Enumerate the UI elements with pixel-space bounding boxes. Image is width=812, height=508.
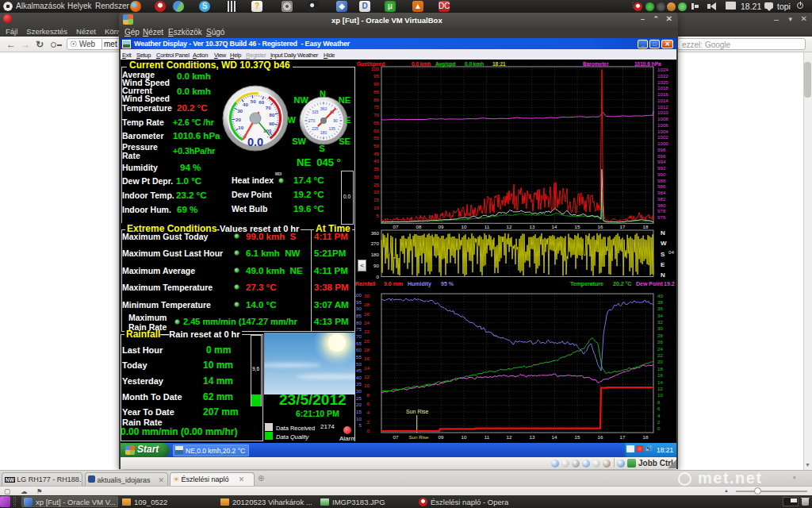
svg-text:1018: 1018 [657,85,668,90]
svg-text:40: 40 [243,102,248,107]
svg-text:13: 13 [530,434,535,440]
svg-text:25: 25 [356,395,362,401]
svg-text:10: 10 [657,392,663,398]
svg-text:Sun Rise: Sun Rise [406,409,429,414]
svg-text:15: 15 [575,224,580,229]
svg-text:976: 976 [657,214,666,220]
svg-text:55: 55 [356,354,362,360]
svg-text:50: 50 [356,361,362,367]
svg-text:15: 15 [373,197,379,202]
svg-text:90: 90 [356,306,362,311]
svg-text:S: S [661,251,665,258]
svg-text:55: 55 [373,135,379,140]
svg-text:24: 24 [364,320,370,325]
svg-text:18: 18 [364,347,370,352]
svg-text:09: 09 [439,224,444,229]
svg-text:60: 60 [259,99,264,105]
svg-text:1012: 1012 [657,104,668,110]
svg-text:5: 5 [377,213,380,218]
svg-text:2: 2 [657,419,661,425]
svg-text:85: 85 [373,89,379,94]
svg-text:26: 26 [364,311,370,317]
svg-text:10: 10 [364,383,370,388]
svg-text:30: 30 [364,293,370,298]
svg-text:18: 18 [643,434,649,440]
svg-text:N: N [661,271,665,279]
svg-text:12: 12 [507,434,512,440]
svg-text:20: 20 [373,189,379,194]
svg-text:90: 90 [373,263,379,268]
svg-text:1010: 1010 [657,110,668,115]
svg-text:0: 0 [377,274,380,279]
svg-text:1006: 1006 [657,122,668,128]
svg-text:20: 20 [364,338,370,344]
svg-text:80: 80 [270,112,275,117]
svg-text:16: 16 [598,224,603,229]
svg-text:40: 40 [657,293,663,298]
svg-text:270: 270 [308,118,316,123]
svg-text:1022: 1022 [657,73,668,79]
svg-text:35: 35 [356,381,362,387]
svg-text:0: 0 [657,425,661,431]
svg-text:65: 65 [373,120,379,125]
svg-text:Sun Rise: Sun Rise [408,434,429,440]
svg-text:10: 10 [462,434,467,440]
svg-text:2: 2 [367,419,370,425]
svg-text:65: 65 [356,341,362,346]
svg-text:04: 04 [668,249,674,255]
svg-text:75: 75 [356,326,362,332]
svg-text:90: 90 [269,121,274,126]
svg-text:180: 180 [371,252,380,257]
svg-text:978: 978 [657,208,666,214]
svg-text:0: 0 [367,428,370,433]
svg-text:6: 6 [657,406,661,411]
svg-text:40: 40 [356,375,362,380]
svg-text:24: 24 [657,346,663,352]
svg-text:75: 75 [373,104,379,110]
svg-text:36: 36 [657,306,663,311]
svg-text:11: 11 [485,224,490,229]
svg-text:18: 18 [657,366,663,371]
svg-text:15: 15 [356,409,362,414]
svg-text:70: 70 [266,105,271,110]
svg-text:25: 25 [373,182,379,187]
svg-text:12: 12 [657,386,663,391]
svg-text:4: 4 [657,413,661,418]
svg-text:990: 990 [657,171,666,177]
svg-text:30: 30 [373,174,379,179]
svg-text:225: 225 [312,126,319,131]
svg-text:1004: 1004 [657,129,668,134]
svg-text:18: 18 [643,224,649,229]
svg-text:16: 16 [657,372,663,378]
svg-text:28: 28 [364,302,370,307]
svg-text:09: 09 [439,434,444,440]
svg-text:07: 07 [393,434,399,440]
svg-text:22: 22 [364,329,370,334]
svg-text:20: 20 [657,359,663,364]
svg-text:50: 50 [373,143,379,148]
svg-text:85: 85 [356,313,362,318]
svg-text:16: 16 [364,356,370,361]
svg-text:14: 14 [364,365,370,371]
svg-text:16: 16 [598,434,603,440]
svg-text:10: 10 [462,224,467,229]
svg-text:08: 08 [416,224,422,229]
svg-text:6: 6 [367,401,370,406]
svg-text:980: 980 [657,202,666,208]
svg-text:40: 40 [373,158,379,164]
svg-text:35: 35 [373,166,379,171]
svg-text:22: 22 [657,352,663,358]
svg-text:60: 60 [373,128,379,133]
svg-text:W: W [661,240,667,247]
svg-text:70: 70 [356,333,362,339]
svg-text:360: 360 [371,230,380,236]
svg-text:11: 11 [485,434,490,440]
svg-text:135: 135 [328,126,335,131]
svg-text:30: 30 [237,108,243,114]
svg-text:992: 992 [657,165,666,171]
svg-text:14: 14 [657,379,663,385]
svg-text:80: 80 [373,97,379,102]
svg-text:270: 270 [371,241,380,246]
svg-text:50: 50 [251,98,256,104]
svg-text:1002: 1002 [657,134,668,140]
